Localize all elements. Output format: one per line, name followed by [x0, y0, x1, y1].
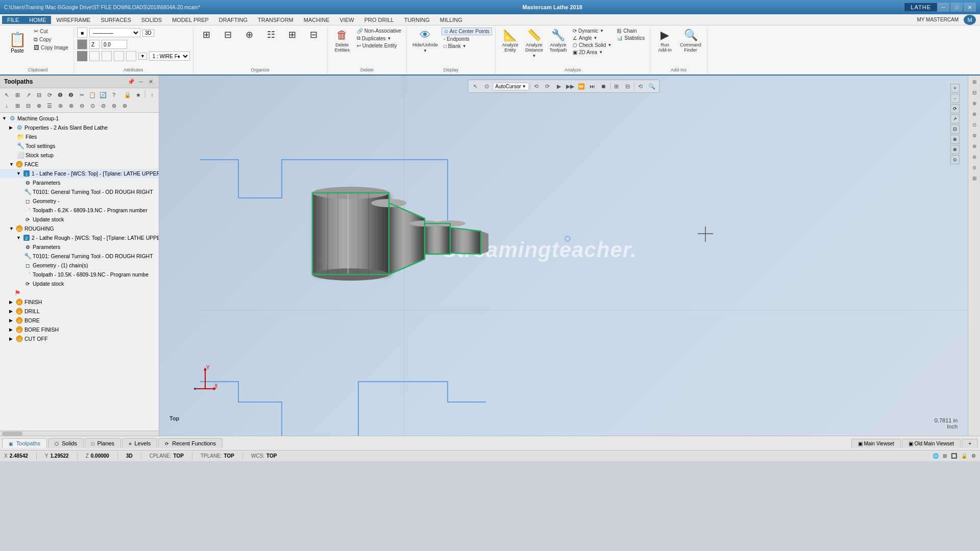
settings-icon[interactable]: ⚙: [971, 453, 976, 459]
autocursor-dropdown[interactable]: AutoCursor ▼: [493, 83, 529, 90]
tp-btn-cursor[interactable]: ↖: [2, 90, 12, 100]
tp-btn-r2-13[interactable]: ⊛: [119, 101, 130, 111]
color-swatch-1[interactable]: [77, 51, 87, 61]
organize-btn-1[interactable]: ⊞: [197, 28, 217, 42]
tp-star-btn[interactable]: ★: [133, 90, 143, 100]
menu-machine[interactable]: MACHINE: [299, 16, 335, 24]
command-finder-button[interactable]: 🔍 CommandFinder: [677, 28, 704, 54]
undelete-button[interactable]: ↩ Undelete Entity: [355, 42, 403, 49]
tree-op1-update[interactable]: ⟳ Update stock: [0, 215, 159, 224]
right-btn-1[interactable]: ⊞: [969, 77, 979, 87]
menu-surfaces[interactable]: SURFACES: [95, 16, 136, 24]
tree-op2-tool[interactable]: 🔧 T0101: General Turning Tool - OD ROUGH…: [0, 252, 159, 261]
expand-properties[interactable]: ▶: [9, 125, 15, 130]
tp-btn-r2-3[interactable]: ⊞: [12, 101, 22, 111]
run-add-in-button[interactable]: ▶ RunAdd-In: [653, 28, 676, 54]
analyze-entity-button[interactable]: 📐 AnalyzeEntity: [499, 28, 522, 54]
tree-op2-update[interactable]: ⟳ Update stock: [0, 279, 159, 288]
menu-model-prep[interactable]: MODEL PREP: [167, 16, 214, 24]
menu-view[interactable]: VIEW: [335, 16, 359, 24]
tree-properties[interactable]: ▶ ⚙ Properties - 2 Axis Slant Bed Lathe: [0, 123, 159, 132]
tree-op1-tool[interactable]: 🔧 T0101: General Turning Tool - OD ROUGH…: [0, 187, 159, 196]
right-btn-4[interactable]: ⊗: [969, 109, 979, 119]
vt-btn-10[interactable]: ⊞: [611, 81, 622, 91]
lock-status-icon[interactable]: 🔒: [961, 453, 967, 459]
tab-levels[interactable]: ≡ Levels: [122, 438, 157, 448]
vt-btn-4[interactable]: ⟳: [543, 81, 553, 91]
tree-cut-off-group[interactable]: ▶ CO CUT OFF: [0, 334, 159, 343]
tp-btn-5[interactable]: ⟳: [44, 90, 55, 100]
tp-btn-r2-10[interactable]: ⊙: [87, 101, 97, 111]
vt-btn-2[interactable]: ⊙: [481, 81, 492, 91]
right-btn-2[interactable]: ⊟: [969, 87, 979, 97]
view-ctrl-5[interactable]: ⊡: [950, 124, 960, 134]
expand-drill[interactable]: ▶: [9, 309, 15, 314]
vt-btn-1[interactable]: ↖: [470, 81, 480, 91]
tab-planes[interactable]: □ Planes: [85, 438, 121, 448]
tp-btn-multiselect[interactable]: ⊞: [12, 90, 22, 100]
vt-btn-7[interactable]: ⏩: [576, 81, 586, 91]
globe-icon[interactable]: 🌐: [933, 453, 939, 459]
copy-image-button[interactable]: 🖼 Copy Image: [32, 44, 70, 51]
tree-tool-settings[interactable]: 🔧 Tool settings: [0, 141, 159, 151]
right-btn-5[interactable]: ⊙: [969, 119, 979, 130]
angle-button[interactable]: ∠ Angle ▼: [571, 35, 614, 41]
view-ctrl-4[interactable]: ↗: [950, 114, 960, 123]
view-ctrl-3[interactable]: ⟳: [950, 104, 960, 113]
tree-op1-geom[interactable]: ◻ Geometry -: [0, 196, 159, 206]
tree-roughing-group[interactable]: ▼ RO ROUGHING: [0, 224, 159, 233]
duplicates-button[interactable]: ⧉ Duplicates ▼: [355, 35, 403, 42]
tab-viewset-add[interactable]: +: [962, 439, 978, 448]
view-ctrl-2[interactable]: -: [950, 94, 960, 103]
blank-button[interactable]: □ Blank ▼: [442, 43, 492, 49]
menu-wireframe[interactable]: WIREFRAME: [51, 16, 95, 24]
color-swatch-3[interactable]: [102, 51, 112, 61]
non-associative-button[interactable]: 🔗 Non-Associative: [355, 28, 403, 34]
analyze-distance-button[interactable]: 📏 AnalyzeDistance ▼: [523, 28, 546, 60]
right-btn-10[interactable]: ⊞: [969, 173, 979, 183]
expand-op1[interactable]: ▼: [16, 171, 22, 176]
viewport[interactable]: ↖ ⊙ AutoCursor ▼ ⟲ ⟳ ▶ ▶▶ ⏩ ⏭ ⏺ ⊞ ⊟ ⟲ 🔍: [159, 76, 968, 436]
menu-solids[interactable]: SOLIDS: [136, 16, 167, 24]
tree-stock-setup[interactable]: ⬜ Stock setup: [0, 151, 159, 160]
tab-recent[interactable]: ⟳ Recent Functions: [158, 438, 223, 448]
tp-btn-r2-7[interactable]: ⊛: [55, 101, 65, 111]
vt-btn-5[interactable]: ▶: [554, 81, 564, 91]
tree-bore-finish-group[interactable]: ▶ BF BORE FINISH: [0, 325, 159, 334]
view-ctrl-1[interactable]: +: [950, 84, 960, 93]
tp-btn-r2-4[interactable]: ⊟: [23, 101, 33, 111]
expand-roughing[interactable]: ▼: [9, 226, 15, 231]
tp-btn-8[interactable]: ✂: [77, 90, 87, 100]
vt-btn-8[interactable]: ⏭: [587, 81, 598, 91]
z-value-input[interactable]: [102, 40, 127, 49]
tree-drill-group[interactable]: ▶ D DRILL: [0, 307, 159, 316]
vt-btn-13[interactable]: 🔍: [647, 81, 657, 91]
panel-close-button[interactable]: ✕: [146, 78, 155, 86]
more-colors[interactable]: ▼: [138, 53, 147, 60]
tab-solids[interactable]: ⬡ Solids: [48, 438, 84, 448]
dynamic-button[interactable]: ⟳ Dynamic ▼: [571, 28, 614, 34]
organize-btn-2[interactable]: ⊟: [218, 28, 238, 42]
menu-my-mastercam[interactable]: MY MASTERCAM: [912, 16, 964, 23]
view-ctrl-8[interactable]: ⊙: [950, 155, 960, 164]
organize-btn-3[interactable]: ⊕: [239, 28, 260, 42]
right-btn-9[interactable]: ⊝: [969, 162, 979, 172]
color-swatch-2[interactable]: [89, 51, 100, 61]
color-swatch-5[interactable]: [126, 51, 136, 61]
color-picker[interactable]: ■: [77, 28, 87, 38]
tree-machine-group[interactable]: ▼ ⚙ Machine Group-1: [0, 114, 159, 123]
menu-home[interactable]: HOME: [24, 16, 51, 24]
menu-file[interactable]: FILE: [2, 16, 24, 24]
z-input[interactable]: [89, 40, 100, 49]
right-btn-6[interactable]: ⊚: [969, 130, 979, 140]
menu-pro-drill[interactable]: PRO DRILL: [359, 16, 399, 24]
tp-btn-help[interactable]: ?: [109, 90, 119, 100]
tp-btn-6[interactable]: ❶: [55, 90, 65, 100]
tree-finish-group[interactable]: ▶ FI FINISH: [0, 297, 159, 307]
tree-op2-geom[interactable]: ◻ Geometry - (1) chain(s): [0, 261, 159, 270]
linestyle-select[interactable]: ————: [89, 28, 140, 37]
tp-btn-r2-2[interactable]: ↓: [2, 101, 12, 111]
expand-op2[interactable]: ▼: [16, 235, 22, 240]
expand-bore-finish[interactable]: ▶: [9, 327, 15, 332]
tp-btn-7[interactable]: ❷: [66, 90, 76, 100]
